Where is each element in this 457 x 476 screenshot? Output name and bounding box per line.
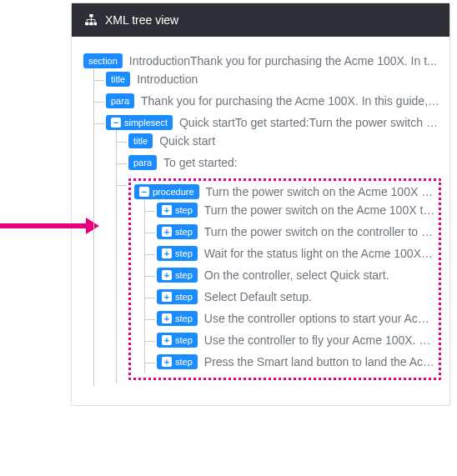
expand-icon[interactable]: + bbox=[162, 335, 172, 345]
expand-icon[interactable]: + bbox=[162, 248, 172, 258]
node-text: On the controller, select Quick start. bbox=[204, 268, 435, 282]
node-text: Quick startTo get started:Turn the power… bbox=[179, 116, 441, 129]
svg-rect-7 bbox=[91, 20, 92, 23]
node-text: Use the controller to fly your Acme 100X… bbox=[204, 333, 435, 347]
sitemap-icon bbox=[85, 14, 97, 26]
tree-node-section[interactable]: section IntroductionThank you for purcha… bbox=[83, 50, 441, 390]
tag-section: section bbox=[83, 53, 123, 68]
tree-node-step[interactable]: +stepSelect Default setup. bbox=[157, 286, 435, 308]
tag-step[interactable]: +step bbox=[157, 246, 198, 261]
expand-icon[interactable]: + bbox=[162, 357, 172, 367]
tag-step[interactable]: +step bbox=[157, 354, 198, 369]
tag-title: title bbox=[128, 133, 153, 148]
node-text: Turn the power switch on the controller … bbox=[204, 225, 435, 238]
tag-step[interactable]: +step bbox=[157, 224, 198, 239]
tag-title: title bbox=[106, 72, 130, 87]
node-text: Turn the power switch on the Acme 100X t… bbox=[206, 185, 435, 198]
svg-rect-3 bbox=[94, 23, 98, 26]
node-text: Use the controller options to start your… bbox=[204, 312, 435, 325]
node-text: Press the Smart land button to land the … bbox=[204, 355, 435, 368]
tag-step[interactable]: +step bbox=[157, 333, 198, 348]
tag-procedure[interactable]: − procedure bbox=[134, 184, 199, 199]
expand-icon[interactable]: + bbox=[162, 292, 172, 302]
node-text: Quick start bbox=[159, 134, 441, 148]
svg-rect-0 bbox=[89, 14, 93, 18]
panel-title: XML tree view bbox=[105, 13, 178, 27]
tree-node-step[interactable]: +stepOn the controller, select Quick sta… bbox=[157, 264, 435, 286]
tag-step[interactable]: +step bbox=[157, 289, 198, 304]
tree-node-simplesect[interactable]: − simplesect Quick startTo get started:T… bbox=[106, 112, 441, 387]
node-text: Wait for the status light on the Acme 10… bbox=[204, 247, 435, 260]
tree-node-step[interactable]: +stepWait for the status light on the Ac… bbox=[157, 243, 435, 264]
node-text: Turn the power switch on the Acme 100X t… bbox=[204, 203, 435, 217]
tree-node-step[interactable]: +stepPress the Smart land button to land… bbox=[157, 351, 435, 373]
tree-node-step[interactable]: +stepUse the controller to fly your Acme… bbox=[157, 329, 435, 351]
tree-node-procedure-wrapper: − procedure Turn the power switch on the… bbox=[128, 173, 441, 383]
tree-node-para[interactable]: para Thank you for purchasing the Acme 1… bbox=[106, 90, 441, 112]
svg-rect-1 bbox=[85, 23, 88, 26]
expand-icon[interactable]: + bbox=[162, 227, 172, 237]
expand-icon[interactable]: + bbox=[162, 270, 172, 280]
tree-node-step[interactable]: +stepUse the controller options to start… bbox=[157, 308, 435, 329]
tag-step[interactable]: +step bbox=[157, 203, 198, 218]
collapse-icon[interactable]: − bbox=[139, 187, 149, 197]
node-text: To get started: bbox=[163, 156, 441, 169]
collapse-icon[interactable]: − bbox=[111, 118, 121, 128]
node-text: IntroductionThank you for purchasing the… bbox=[129, 54, 441, 68]
tree-node-step[interactable]: +stepTurn the power switch on the Acme 1… bbox=[157, 199, 435, 221]
node-text: Thank you for purchasing the Acme 100X. … bbox=[141, 94, 441, 108]
highlight-box: − procedure Turn the power switch on the… bbox=[128, 178, 441, 380]
xml-tree-panel: XML tree view section IntroductionThank … bbox=[71, 3, 450, 406]
tag-step[interactable]: +step bbox=[157, 268, 198, 283]
tag-step[interactable]: +step bbox=[157, 311, 198, 326]
expand-icon[interactable]: + bbox=[162, 205, 172, 215]
tag-para: para bbox=[128, 155, 157, 170]
node-text: Introduction bbox=[137, 73, 441, 86]
tree-node-title[interactable]: title Introduction bbox=[106, 68, 441, 90]
node-text: Select Default setup. bbox=[204, 290, 435, 303]
tag-simplesect[interactable]: − simplesect bbox=[106, 115, 173, 130]
panel-header: XML tree view bbox=[72, 3, 449, 37]
svg-rect-5 bbox=[87, 19, 96, 20]
tag-para: para bbox=[106, 93, 134, 108]
tree-node-procedure[interactable]: − procedure Turn the power switch on the… bbox=[134, 184, 435, 199]
panel-body: section IntroductionThank you for purcha… bbox=[72, 37, 449, 405]
svg-rect-6 bbox=[87, 20, 88, 23]
svg-rect-2 bbox=[89, 23, 93, 26]
tree-node-para[interactable]: para To get started: bbox=[128, 152, 441, 173]
svg-rect-8 bbox=[94, 20, 95, 23]
tree-node-step[interactable]: +stepTurn the power switch on the contro… bbox=[157, 221, 435, 243]
xml-tree: section IntroductionThank you for purcha… bbox=[83, 50, 441, 390]
expand-icon[interactable]: + bbox=[162, 313, 172, 323]
tree-node-title[interactable]: title Quick start bbox=[128, 130, 441, 152]
